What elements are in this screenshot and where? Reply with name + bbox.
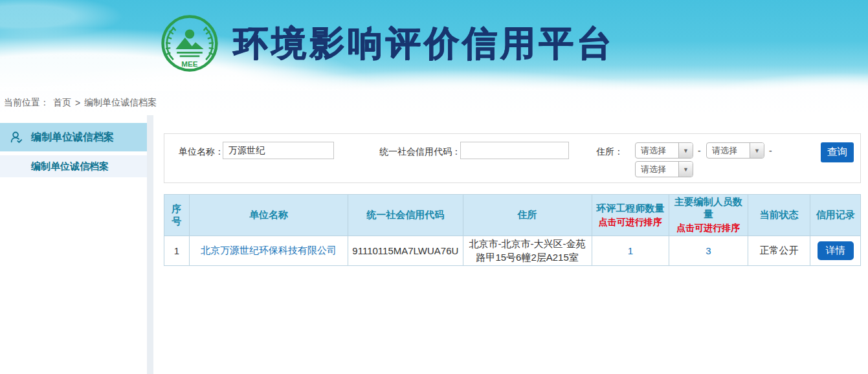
user-check-icon: [9, 130, 23, 144]
address-district-value: 请选择: [636, 162, 678, 177]
chevron-down-icon[interactable]: ▼: [678, 143, 693, 158]
col-status: 当前状态: [748, 195, 810, 236]
query-button[interactable]: 查询: [821, 142, 854, 162]
search-panel: 单位名称： 统一社会信用代码： 住所： 请选择 ▼ - 请选择 ▼ - 请选择 …: [164, 133, 861, 183]
credit-code-cell: 91110115MA7LWUA76U: [348, 236, 463, 266]
main-content: 单位名称： 统一社会信用代码： 住所： 请选择 ▼ - 请选择 ▼ - 请选择 …: [164, 115, 861, 374]
company-name-input[interactable]: [223, 142, 334, 159]
breadcrumb: 当前位置： 首页 > 编制单位诚信档案: [0, 91, 868, 115]
sidebar-item-label: 编制单位诚信档案: [31, 160, 109, 173]
chevron-down-icon[interactable]: ▼: [750, 143, 764, 158]
address-label: 住所：: [596, 146, 623, 158]
company-link[interactable]: 北京万源世纪环保科技有限公司: [201, 245, 337, 256]
col-address: 住所: [463, 195, 592, 236]
site-title: 环境影响评价信用平台: [233, 20, 615, 67]
status-cell: 正常公开: [748, 236, 810, 266]
engineer-count-link[interactable]: 1: [628, 245, 633, 256]
col-credit-record: 信用记录: [810, 195, 861, 236]
results-table: 序号 单位名称 统一社会信用代码 住所 环评工程师数量 点击可进行排序 主要编制…: [164, 194, 861, 266]
col-staff-count-label: 主要编制人员数量: [674, 196, 742, 219]
company-name-label: 单位名称：: [179, 146, 224, 158]
col-credit-code: 统一社会信用代码: [348, 195, 463, 236]
sidebar: 编制单位诚信档案 编制单位诚信档案: [0, 115, 147, 374]
col-engineer-count-label: 环评工程师数量: [596, 203, 664, 214]
page: MEE 环境影响评价信用平台 当前位置： 首页 > 编制单位诚信档案 编制单位诚…: [0, 0, 868, 374]
chevron-down-icon[interactable]: ▼: [678, 162, 693, 177]
engineer-sort-hint: 点击可进行排序: [595, 217, 666, 228]
sidebar-section-label: 编制单位诚信档案: [31, 131, 114, 144]
address-district-select[interactable]: 请选择 ▼: [635, 161, 693, 177]
address-city-select[interactable]: 请选择 ▼: [706, 142, 764, 159]
table-header-row: 序号 单位名称 统一社会信用代码 住所 环评工程师数量 点击可进行排序 主要编制…: [164, 195, 861, 236]
table-row: 1 北京万源世纪环保科技有限公司 91110115MA7LWUA76U 北京市-…: [164, 236, 861, 266]
header-banner: MEE 环境影响评价信用平台: [0, 0, 868, 91]
address-dash-1: -: [698, 146, 701, 156]
staff-count-link[interactable]: 3: [706, 245, 711, 256]
credit-code-label: 统一社会信用代码：: [379, 146, 461, 158]
detail-button[interactable]: 详情: [818, 241, 854, 260]
breadcrumb-separator: >: [75, 98, 80, 108]
address-province-value: 请选择: [636, 143, 678, 158]
mee-logo-icon: MEE: [161, 14, 219, 72]
breadcrumb-current: 编制单位诚信档案: [84, 97, 157, 109]
sidebar-item-credit-archive[interactable]: 编制单位诚信档案: [0, 155, 147, 177]
breadcrumb-home-link[interactable]: 首页: [53, 97, 71, 109]
sidebar-divider: [147, 115, 153, 374]
logo-text: MEE: [181, 60, 198, 68]
breadcrumb-label: 当前位置：: [4, 97, 49, 109]
address-city-value: 请选择: [707, 143, 750, 158]
address-dash-2: -: [769, 146, 772, 156]
col-index: 序号: [164, 195, 190, 236]
col-company: 单位名称: [189, 195, 348, 236]
credit-code-input[interactable]: [460, 142, 569, 159]
staff-sort-hint: 点击可进行排序: [672, 223, 745, 234]
sidebar-section-header[interactable]: 编制单位诚信档案: [0, 123, 147, 151]
col-engineer-count-sortable[interactable]: 环评工程师数量 点击可进行排序: [592, 195, 669, 236]
row-index-cell: 1: [164, 236, 190, 266]
address-cell: 北京市-北京市-大兴区-金苑路甲15号6幢2层A215室: [463, 236, 592, 266]
address-province-select[interactable]: 请选择 ▼: [635, 142, 693, 159]
col-staff-count-sortable[interactable]: 主要编制人员数量 点击可进行排序: [669, 195, 748, 236]
